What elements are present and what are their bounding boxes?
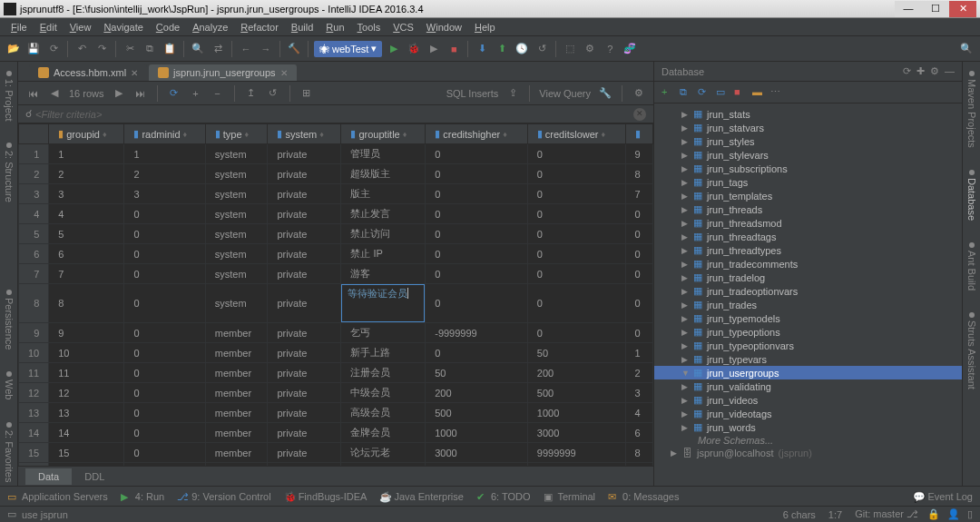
tree-node-table[interactable]: ▶▦jrun_stats	[654, 107, 962, 121]
tree-node-table[interactable]: ▶▦jrun_words	[654, 420, 962, 434]
table-row[interactable]: 15150memberprivate论坛元老300099999998	[19, 443, 653, 463]
cell[interactable]: 200	[426, 383, 528, 403]
cell[interactable]: 15	[49, 443, 124, 463]
expand-icon[interactable]: ▶	[681, 300, 689, 310]
menu-navigate[interactable]: Navigate	[98, 21, 148, 34]
cell[interactable]: 超级版主	[341, 164, 426, 184]
cell[interactable]: 50	[426, 363, 528, 383]
menu-build[interactable]: Build	[286, 21, 318, 34]
cell[interactable]: 9999999	[527, 443, 625, 463]
close-button[interactable]: ✕	[949, 1, 976, 17]
cell[interactable]: 3000	[527, 423, 625, 443]
tree-node-table[interactable]: ▶▦jrun_tradecomments	[654, 257, 962, 271]
tree-node-table[interactable]: ▶▦jrun_tags	[654, 175, 962, 189]
tree-node-table[interactable]: ▶▦jrun_tradeoptionvars	[654, 284, 962, 298]
expand-icon[interactable]: ▶	[681, 341, 689, 350]
cell[interactable]: 0	[124, 443, 205, 463]
vcs-history-icon[interactable]: 🕓	[514, 41, 530, 57]
cell[interactable]: 0	[124, 224, 205, 244]
tree-node-table[interactable]: ▶▦jrun_threadsmod	[654, 216, 962, 230]
back-icon[interactable]: ←	[238, 41, 254, 57]
tree-node-table[interactable]: ▶▦jrun_templates	[654, 189, 962, 202]
clear-filter-icon[interactable]: ✕	[633, 108, 646, 121]
cell[interactable]: 0	[124, 323, 205, 343]
menu-analyze[interactable]: Analyze	[187, 21, 233, 34]
add-row-icon[interactable]: +	[189, 86, 203, 101]
memory-indicator-icon[interactable]: ▯	[967, 508, 973, 520]
tree-node-table[interactable]: ▶▦jrun_videotags	[654, 407, 962, 420]
cell[interactable]: 0	[527, 164, 625, 184]
cell[interactable]: 0	[527, 244, 625, 264]
table-row[interactable]: 13130memberprivate高级会员50010004	[19, 403, 653, 423]
prev-page-icon[interactable]: ◀	[47, 86, 62, 101]
cell[interactable]: 14	[49, 423, 124, 443]
cell[interactable]: 200	[527, 363, 625, 383]
expand-icon[interactable]: ▶	[681, 164, 689, 173]
search-everywhere-icon[interactable]: 🔍	[958, 41, 975, 57]
cell[interactable]: 禁止访问	[341, 224, 426, 244]
tree-node-table[interactable]: ▶▦jrun_styles	[654, 134, 962, 148]
cell[interactable]: 论坛元老	[341, 443, 426, 463]
cell[interactable]: 0	[426, 224, 528, 244]
expand-icon[interactable]: ▶	[681, 396, 689, 405]
cell[interactable]: 0	[527, 323, 625, 343]
expand-icon[interactable]: ▶	[671, 448, 678, 458]
cell[interactable]: private	[268, 383, 341, 403]
column-header[interactable]: ▮ creditshigher ♦	[426, 124, 528, 144]
tree-node-table[interactable]: ▶▦jrun_typevars	[654, 352, 962, 366]
cell[interactable]: system	[205, 224, 268, 244]
table-row[interactable]: 10100memberprivate新手上路0501	[19, 343, 653, 363]
help-icon[interactable]: ?	[602, 41, 618, 57]
rollback-icon[interactable]: ↺	[266, 86, 280, 101]
cell[interactable]: 0	[124, 403, 205, 423]
tree-node-table[interactable]: ▼▦jrun_usergroups	[654, 366, 962, 379]
menu-code[interactable]: Code	[151, 21, 185, 34]
structure-icon[interactable]: ⬚	[562, 41, 578, 57]
build-icon[interactable]: 🔨	[286, 41, 302, 57]
expand-icon[interactable]: ▶	[681, 260, 689, 269]
cell[interactable]: 乞丐	[341, 323, 426, 343]
cell[interactable]: 金牌会员	[341, 423, 426, 443]
expand-icon[interactable]: ▶	[681, 151, 689, 160]
table-row[interactable]: 333systemprivate版主007	[19, 184, 653, 204]
undo-icon[interactable]: ↶	[74, 41, 90, 57]
cell[interactable]: 12	[49, 383, 124, 403]
toolwindows-toggle-icon[interactable]: ▭	[7, 508, 16, 520]
cell[interactable]: private	[268, 164, 341, 184]
column-header[interactable]: ▮ radminid ♦	[124, 124, 205, 144]
expand-icon[interactable]: ▶	[681, 355, 689, 364]
editor-tab[interactable]: jsprun.jrun_usergroups✕	[149, 64, 297, 81]
cell[interactable]: private	[268, 204, 341, 224]
cell[interactable]: 13	[49, 403, 124, 423]
cell[interactable]: 1	[49, 144, 124, 164]
cell[interactable]: 0	[426, 264, 528, 284]
cell[interactable]: 0	[625, 244, 652, 264]
cell[interactable]: member	[205, 383, 268, 403]
cell[interactable]: private	[268, 363, 341, 383]
toolwindow-findbugs[interactable]: 🐞FindBugs-IDEA	[284, 491, 368, 502]
save-icon[interactable]: 💾	[25, 41, 42, 57]
run-icon[interactable]: ▶	[386, 41, 402, 57]
cell[interactable]: 0	[527, 184, 625, 204]
cell-editing[interactable]: 等待验证会员	[341, 284, 426, 323]
cell[interactable]: 0	[527, 144, 625, 164]
cell[interactable]: private	[268, 184, 341, 204]
tree-node-table[interactable]: ▶▦jrun_tradelog	[654, 271, 962, 284]
close-tab-icon[interactable]: ✕	[131, 68, 138, 78]
menu-window[interactable]: Window	[421, 21, 467, 34]
cell[interactable]: system	[205, 164, 268, 184]
cell[interactable]: 0	[426, 284, 528, 323]
cell[interactable]: member	[205, 363, 268, 383]
tree-node-table[interactable]: ▶▦jrun_threadtypes	[654, 243, 962, 257]
cell[interactable]: system	[205, 264, 268, 284]
cell[interactable]: private	[268, 144, 341, 164]
refresh-icon[interactable]: ⟳	[698, 86, 710, 99]
cell[interactable]: 50	[527, 343, 625, 363]
cell[interactable]: 0	[426, 343, 528, 363]
cell[interactable]: 禁止发言	[341, 204, 426, 224]
toolwindow-vcs[interactable]: ⎇9: Version Control	[177, 491, 270, 502]
cell[interactable]: 游客	[341, 264, 426, 284]
duplicate-icon[interactable]: ⧉	[680, 86, 692, 99]
redo-icon[interactable]: ↷	[93, 41, 110, 57]
tree-node-table[interactable]: ▶▦jrun_typeoptionvars	[654, 339, 962, 352]
